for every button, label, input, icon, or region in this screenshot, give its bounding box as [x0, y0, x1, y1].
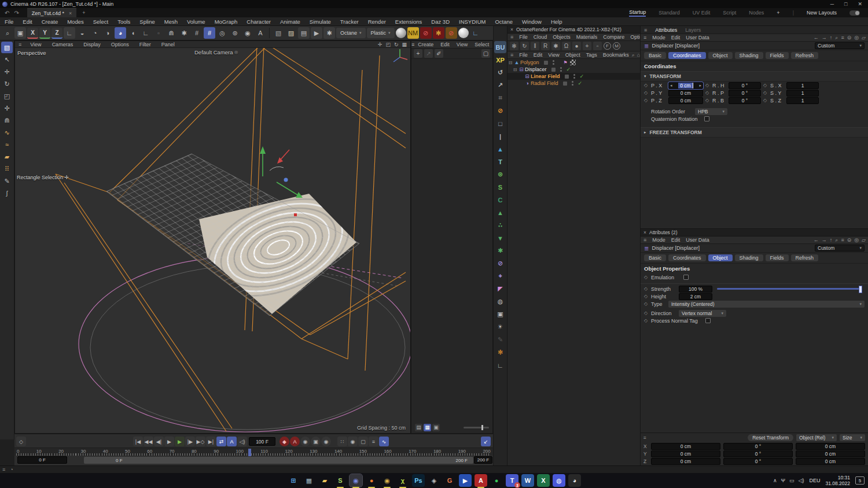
app-a-icon[interactable]: A [475, 474, 487, 487]
sx-input[interactable]: 1 [786, 82, 819, 89]
autokey-icon[interactable]: A [290, 437, 300, 446]
last-tool-icon[interactable]: ▣ [14, 27, 26, 39]
paint-points-icon[interactable]: ⠿ [1, 163, 13, 175]
tab-refresh[interactable]: Refresh [791, 52, 819, 59]
attributes-menu-item[interactable]: User Data [683, 35, 712, 40]
start-icon[interactable]: ⊞ [287, 474, 300, 487]
nm-badge-icon[interactable]: NM [407, 27, 419, 39]
white-material-sphere-icon[interactable] [458, 28, 469, 38]
parameter-toggle-icon[interactable]: ≡ [369, 437, 378, 446]
coord-mode-dropdown[interactable]: Object (Rel)▾ [796, 434, 837, 441]
menu-item[interactable]: Edit [18, 19, 36, 25]
bu-badge-icon[interactable]: BU [494, 41, 506, 53]
workplane-icon[interactable]: ∟ [140, 27, 152, 39]
teams-icon[interactable]: T3 [506, 474, 518, 487]
material-list[interactable] [411, 59, 492, 406]
y-position-input[interactable]: 0 cm [651, 450, 720, 457]
close-tab-icon[interactable]: × [69, 10, 72, 16]
instance-icon[interactable]: ▼ [494, 232, 506, 244]
load-material-icon[interactable]: ↗ [424, 49, 433, 58]
menu-item[interactable]: Spline [135, 19, 159, 25]
record-params-icon[interactable]: ◉ [321, 437, 331, 446]
filter-icon[interactable]: ≡ [841, 237, 844, 243]
close-button[interactable]: ✕ [858, 1, 862, 7]
layer-toggle[interactable] [551, 68, 556, 72]
object-label[interactable]: Polygon [520, 60, 539, 65]
coord-menu-icon[interactable]: ≡ [643, 435, 646, 441]
rotate-tool-icon[interactable]: ↻ [1, 78, 13, 90]
layout-tab-script[interactable]: Script [723, 10, 736, 16]
modeling-settings-icon[interactable]: ⊛ [229, 27, 241, 39]
object-manager-menu-item[interactable]: Edit [531, 52, 546, 58]
key-diamond-icon[interactable]: ◇ [644, 98, 649, 103]
notification-icon[interactable]: 5 [855, 476, 865, 485]
menu-item[interactable]: INSYDIUM [454, 19, 490, 25]
maximize-button[interactable]: □ [844, 1, 847, 7]
menu-item[interactable]: Simulate [305, 19, 336, 25]
undo-icon[interactable]: ↶ [5, 10, 9, 16]
material-menu-item[interactable]: Select [471, 42, 492, 47]
px-input[interactable]: ◂0 cm▸ [668, 82, 703, 89]
object-label[interactable]: Radial Field [531, 80, 558, 86]
texture-tag-icon[interactable] [570, 60, 576, 65]
filter-icon[interactable]: ≡ [841, 35, 844, 41]
z-axis-lock-button[interactable]: Z [52, 28, 62, 39]
effector-delta-icon[interactable]: ▲ [494, 206, 506, 219]
mode-menu-icon[interactable]: ≡ [641, 237, 649, 243]
object-manager-menu-item[interactable]: Bookmarks [600, 52, 632, 58]
mode-menu-icon[interactable]: ≡ [641, 35, 649, 40]
x-rotation-input[interactable]: 0 ° [723, 443, 793, 450]
cube-primitive-icon[interactable]: □ [494, 117, 506, 130]
camera-icon[interactable]: ▣ [494, 308, 506, 320]
key-diamond-icon[interactable]: ◇ [644, 286, 649, 291]
x-size-input[interactable]: 0 cm [796, 443, 865, 450]
layout-tab-uvedit[interactable]: UV Edit [693, 10, 711, 16]
process-normal-checkbox[interactable] [705, 318, 711, 323]
material-menu-item[interactable]: Create [414, 42, 437, 47]
render-settings-icon[interactable]: ✱ [323, 27, 335, 39]
lock-resolution-icon[interactable]: Ω [562, 42, 571, 50]
viewport-filter-icon[interactable]: ◉ [242, 27, 253, 39]
octane-render-dropdown[interactable]: Octane▾ [336, 28, 366, 38]
add-material-icon[interactable]: + [414, 49, 422, 58]
minimize-button[interactable]: ─ [830, 1, 834, 7]
goto-end-icon[interactable]: ▶| [206, 437, 216, 446]
band-rotate-icon[interactable]: ◎ [216, 27, 228, 39]
preset-dropdown[interactable]: Custom▾ [815, 42, 865, 49]
key-diamond-icon[interactable]: ◇ [644, 294, 649, 299]
key-diamond-icon[interactable]: ◇ [644, 318, 649, 323]
grey-cube-icon[interactable]: ▧ [273, 27, 284, 39]
annotate-icon[interactable]: A [255, 27, 266, 39]
menu-item[interactable]: Mesh [160, 19, 182, 25]
add-layout-button[interactable]: + [777, 10, 779, 16]
attributes-menu-item[interactable]: Edit [668, 35, 683, 40]
status-menu-icon[interactable]: ≡ [2, 467, 5, 472]
search-icon[interactable]: ⌕ [835, 35, 838, 41]
keyframe-selection-icon[interactable]: ◉ [300, 437, 310, 446]
key-diamond-icon[interactable]: ◇ [763, 83, 768, 88]
octane-menu-item[interactable]: Cloud [531, 34, 550, 40]
beige-cube-icon[interactable]: ▨ [285, 27, 297, 39]
menu-item[interactable]: Character [242, 19, 275, 25]
menu-item[interactable]: Tools [113, 19, 135, 25]
menu-item[interactable]: MoGraph [210, 19, 242, 25]
material-menu-item[interactable]: Edit [437, 42, 453, 47]
fcurve-mode-icon[interactable]: ↙ [481, 437, 491, 446]
tag-pen-icon[interactable]: ✎ [494, 334, 506, 346]
keyframe-nav-icon[interactable]: ◇ [16, 437, 26, 446]
redo-icon[interactable]: ↷ [14, 10, 19, 16]
microphone-icon[interactable]: Ψ [781, 478, 785, 483]
position-toggle-icon[interactable]: ∷ [337, 437, 347, 446]
py-input[interactable]: 0 cm [668, 90, 703, 97]
y-rotation-input[interactable]: 0 ° [723, 450, 793, 457]
goto-start-icon[interactable]: |◀ [133, 437, 143, 446]
key-diamond-icon[interactable]: ◇ [763, 98, 768, 103]
material-ball-icon[interactable]: ● [572, 42, 581, 50]
visibility-dots[interactable] [572, 74, 576, 79]
app-blue-circle-icon[interactable]: ◍ [553, 474, 565, 487]
menu-item[interactable]: Render [363, 19, 391, 25]
sz-input[interactable]: 1 [786, 97, 819, 104]
app-x-icon[interactable]: χ [396, 474, 409, 487]
quantize-icon[interactable]: # [204, 27, 215, 39]
octane-off-icon[interactable]: ⊘ [446, 27, 457, 39]
